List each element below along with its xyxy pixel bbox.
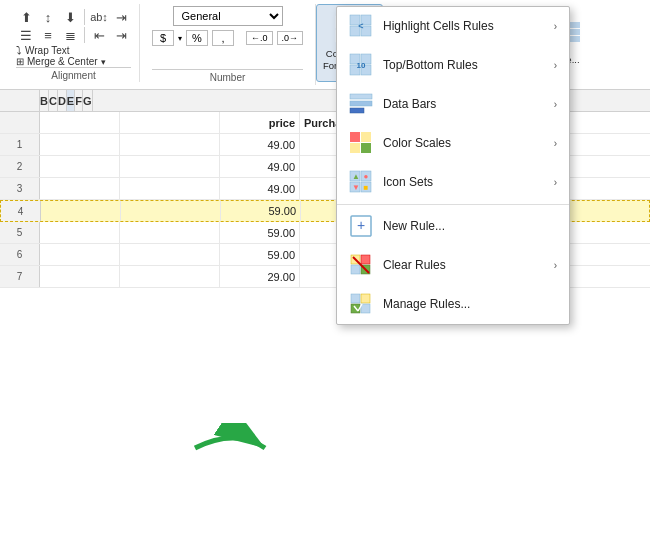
indent-icon[interactable]: ⇥ — [111, 8, 131, 26]
cell-c-5[interactable] — [120, 222, 220, 243]
row-number: 1 — [0, 134, 40, 155]
cell-c-h[interactable] — [120, 112, 220, 133]
alignment-top-row: ⬆ ↕ ⬇ ab↕ ⇥ — [16, 8, 131, 26]
cell-d-5[interactable]: 59.00 — [220, 222, 300, 243]
merge-dropdown-icon[interactable]: ▾ — [101, 57, 106, 67]
svg-text:■: ■ — [364, 183, 369, 192]
merge-icon: ⊞ — [16, 56, 24, 67]
clear-rules-label: Clear Rules — [383, 258, 544, 272]
data-bars-icon — [349, 92, 373, 116]
alignment-label: Alignment — [16, 67, 131, 81]
corner-cell — [0, 90, 40, 111]
highlight-cells-arrow: › — [554, 21, 557, 32]
highlight-cells-label: Highlight Cells Rules — [383, 19, 544, 33]
cell-c-1[interactable] — [120, 134, 220, 155]
data-bars-label: Data Bars — [383, 97, 544, 111]
cell-b-5[interactable] — [40, 222, 120, 243]
top-bottom-label: Top/Bottom Rules — [383, 58, 544, 72]
menu-item-clear-rules[interactable]: Clear Rules › — [337, 246, 569, 285]
cell-b-7[interactable] — [40, 266, 120, 287]
cell-b-1[interactable] — [40, 134, 120, 155]
svg-text:<: < — [358, 21, 363, 31]
menu-item-highlight-cells[interactable]: < Highlight Cells Rules › — [337, 7, 569, 46]
clear-rules-icon — [349, 253, 373, 277]
align-right-icon[interactable]: ≣ — [60, 26, 80, 44]
number-controls-row: $ ▾ % , ←.0 .0→ — [152, 30, 303, 46]
col-header-b[interactable]: B — [40, 90, 49, 111]
percent-btn[interactable]: % — [186, 30, 208, 46]
align-left-icon[interactable]: ☰ — [16, 26, 36, 44]
number-label: Number — [152, 69, 303, 83]
merge-label[interactable]: Merge & Center — [27, 56, 98, 67]
increase-decimal-btn[interactable]: .0→ — [277, 31, 304, 45]
svg-rect-44 — [350, 101, 372, 106]
cell-b-3[interactable] — [40, 178, 120, 199]
col-header-c[interactable]: C — [49, 90, 58, 111]
cell-c-7[interactable] — [120, 266, 220, 287]
svg-rect-48 — [350, 143, 360, 153]
cell-c-6[interactable] — [120, 244, 220, 265]
row-number: 2 — [0, 156, 40, 177]
wrap-text-label[interactable]: Wrap Text — [25, 45, 70, 56]
menu-item-color-scales[interactable]: Color Scales › — [337, 124, 569, 163]
col-header-d[interactable]: D — [58, 90, 67, 111]
menu-item-icon-sets[interactable]: ▲ ● ▼ ■ Icon Sets › — [337, 163, 569, 202]
orient-icon[interactable]: ab↕ — [89, 8, 109, 26]
cell-b-6[interactable] — [40, 244, 120, 265]
color-scales-icon — [349, 131, 373, 155]
row-number — [0, 112, 40, 133]
cell-d-4[interactable]: 59.00 — [221, 201, 301, 221]
cell-d-2[interactable]: 49.00 — [220, 156, 300, 177]
svg-text:●: ● — [364, 172, 369, 181]
menu-item-new-rule[interactable]: + New Rule... — [337, 207, 569, 246]
cell-c-2[interactable] — [120, 156, 220, 177]
col-header-e[interactable]: E — [67, 90, 75, 111]
menu-divider-1 — [337, 204, 569, 205]
comma-btn[interactable]: , — [212, 30, 234, 46]
manage-rules-label: Manage Rules... — [383, 297, 557, 311]
cell-d-6[interactable]: 59.00 — [220, 244, 300, 265]
svg-text:10: 10 — [357, 61, 366, 70]
align-bottom-icon[interactable]: ⬇ — [60, 8, 80, 26]
cell-d-1[interactable]: 49.00 — [220, 134, 300, 155]
top-bottom-icon: 10 — [349, 53, 373, 77]
svg-rect-47 — [361, 132, 371, 142]
decrease-indent-icon[interactable]: ⇤ — [89, 26, 109, 44]
row-number: 5 — [0, 222, 40, 243]
top-bottom-arrow: › — [554, 60, 557, 71]
col-header-f[interactable]: F — [75, 90, 83, 111]
svg-text:▼: ▼ — [352, 183, 360, 192]
svg-rect-68 — [361, 304, 370, 313]
svg-text:+: + — [357, 217, 365, 233]
menu-item-top-bottom[interactable]: 10 Top/Bottom Rules › — [337, 46, 569, 85]
decrease-decimal-btn[interactable]: ←.0 — [246, 31, 273, 45]
icon-sets-label: Icon Sets — [383, 175, 544, 189]
icon-sets-icon: ▲ ● ▼ ■ — [349, 170, 373, 194]
menu-item-data-bars[interactable]: Data Bars › — [337, 85, 569, 124]
increase-indent-icon[interactable]: ⇥ — [111, 26, 131, 44]
align-top-icon[interactable]: ⬆ — [16, 8, 36, 26]
cell-d-h[interactable]: price — [220, 112, 300, 133]
cell-c-3[interactable] — [120, 178, 220, 199]
cell-b-2[interactable] — [40, 156, 120, 177]
align-center-icon[interactable]: ≡ — [38, 26, 58, 44]
svg-rect-62 — [351, 265, 360, 274]
currency-btn[interactable]: $ — [152, 30, 174, 46]
cell-d-3[interactable]: 49.00 — [220, 178, 300, 199]
col-header-g[interactable]: G — [83, 90, 93, 111]
row-number: 7 — [0, 266, 40, 287]
svg-rect-45 — [350, 108, 364, 113]
align-middle-icon[interactable]: ↕ — [38, 8, 58, 26]
svg-rect-66 — [361, 294, 370, 303]
merge-row: ⊞ Merge & Center ▾ — [16, 56, 131, 67]
menu-item-manage-rules[interactable]: Manage Rules... — [337, 285, 569, 324]
cell-b-h[interactable] — [40, 112, 120, 133]
number-section: General $ ▾ % , ←.0 .0→ Number — [140, 4, 316, 85]
cell-c-4[interactable] — [121, 201, 221, 221]
number-format-select[interactable]: General — [173, 6, 283, 26]
currency-dropdown-icon[interactable]: ▾ — [178, 34, 182, 43]
cell-d-7[interactable]: 29.00 — [220, 266, 300, 287]
color-scales-arrow: › — [554, 138, 557, 149]
highlight-cells-icon: < — [349, 14, 373, 38]
cell-b-4[interactable] — [41, 201, 121, 221]
